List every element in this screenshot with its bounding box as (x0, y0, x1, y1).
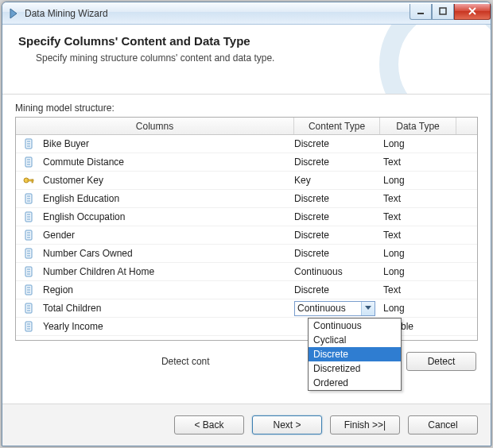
data-type-cell[interactable]: Long (380, 138, 450, 149)
column-name: Commute Distance (43, 156, 294, 168)
content-type-cell[interactable]: Discrete (294, 193, 380, 204)
content-type-cell[interactable]: Discrete (294, 156, 380, 168)
column-icon (22, 247, 35, 260)
column-name: English Occupation (43, 211, 294, 222)
content-type-dropdown[interactable]: ContinuousCyclicalDiscreteDiscretizedOrd… (308, 318, 402, 391)
column-name: Bike Buyer (43, 138, 294, 149)
minimize-button[interactable] (410, 4, 432, 20)
wizard-window: Data Mining Wizard Specify Columns' Cont… (2, 2, 491, 446)
window-title: Data Mining Wizard (25, 8, 410, 19)
svg-marker-0 (10, 9, 17, 18)
table-row[interactable]: Number Cars OwnedDiscreteLong (16, 245, 477, 263)
dropdown-option[interactable]: Ordered (309, 376, 401, 390)
content-type-cell[interactable]: Continuous (294, 301, 380, 316)
svg-rect-2 (440, 8, 446, 14)
grid-body[interactable]: Bike BuyerDiscreteLongCommute DistanceDi… (16, 135, 477, 340)
back-button[interactable]: < Back (174, 415, 244, 434)
column-name: Customer Key (43, 175, 294, 186)
content-type-cell[interactable]: Key (294, 175, 380, 186)
content-type-cell[interactable]: Discrete (294, 230, 380, 241)
table-row[interactable]: GenderDiscreteText (16, 226, 477, 245)
columns-grid: Columns Content Type Data Type Bike Buye… (15, 117, 478, 341)
table-row[interactable]: English OccupationDiscreteText (16, 208, 477, 226)
content-type-cell[interactable]: Discrete (294, 284, 380, 295)
table-row[interactable]: RegionDiscreteText (16, 281, 477, 299)
header-content-type[interactable]: Content Type (294, 118, 380, 134)
column-icon (22, 210, 35, 223)
header-data-type[interactable]: Data Type (380, 118, 456, 134)
column-icon (22, 320, 35, 333)
dropdown-option[interactable]: Discrete (309, 347, 401, 361)
wizard-header: Specify Columns' Content and Data Type S… (2, 25, 491, 95)
data-type-cell[interactable]: Long (380, 303, 450, 314)
titlebar: Data Mining Wizard (2, 2, 491, 25)
column-icon (22, 192, 35, 205)
content-type-cell[interactable]: Discrete (294, 138, 380, 149)
grid-header: Columns Content Type Data Type (16, 118, 477, 135)
data-type-cell[interactable]: Text (380, 211, 450, 222)
dropdown-option[interactable]: Continuous (309, 319, 401, 333)
data-type-cell[interactable]: Text (380, 156, 450, 168)
content-type-cell[interactable]: Discrete (294, 211, 380, 222)
header-graphic (379, 25, 491, 95)
wizard-body: Mining model structure: Columns Content … (2, 95, 491, 404)
window-buttons (410, 4, 491, 20)
table-row[interactable]: Commute DistanceDiscreteText (16, 153, 477, 172)
detect-area: Detect cont for numeric columns: Detect (15, 352, 478, 371)
data-type-cell[interactable]: Text (380, 284, 450, 295)
column-name: Total Children (43, 303, 294, 314)
column-icon (22, 284, 35, 296)
close-button[interactable] (454, 4, 491, 20)
dropdown-option[interactable]: Cyclical (309, 333, 401, 347)
column-name: English Education (43, 193, 294, 204)
app-icon (7, 7, 20, 20)
table-row[interactable]: Total ChildrenContinuousLong (16, 299, 477, 318)
data-type-cell[interactable]: Text (380, 230, 450, 241)
content-type-cell[interactable]: Continuous (294, 266, 380, 277)
content-type-cell[interactable]: Discrete (294, 248, 380, 259)
data-type-cell[interactable]: Long (380, 175, 450, 186)
column-icon (22, 156, 35, 168)
column-icon (22, 302, 35, 315)
column-icon (22, 265, 35, 278)
combo-value: Continuous (295, 303, 361, 314)
detect-button[interactable]: Detect (406, 352, 476, 371)
content-type-combo[interactable]: Continuous (294, 301, 375, 316)
header-columns[interactable]: Columns (16, 118, 294, 134)
wizard-footer: < Back Next > Finish >>| Cancel (2, 404, 491, 446)
column-name: Region (43, 284, 294, 295)
cancel-button[interactable]: Cancel (408, 415, 478, 434)
column-name: Yearly Income (43, 321, 294, 332)
chevron-down-icon[interactable] (361, 302, 375, 315)
column-icon (22, 137, 35, 150)
data-type-cell[interactable]: Long (380, 248, 450, 259)
column-name: Number Cars Owned (43, 248, 294, 259)
next-button[interactable]: Next > (252, 415, 322, 434)
finish-button[interactable]: Finish >>| (330, 415, 400, 434)
maximize-button[interactable] (432, 4, 454, 20)
data-type-cell[interactable]: Text (380, 193, 450, 204)
table-row[interactable]: Bike BuyerDiscreteLong (16, 135, 477, 153)
table-row[interactable]: English EducationDiscreteText (16, 190, 477, 208)
svg-rect-13 (32, 180, 33, 183)
key-icon (22, 174, 35, 187)
structure-label: Mining model structure: (15, 102, 478, 114)
table-row[interactable]: Yearly IncomeDouble (16, 318, 477, 336)
data-type-cell[interactable]: Long (380, 266, 450, 277)
column-icon (22, 229, 35, 241)
column-name: Gender (43, 230, 294, 241)
svg-marker-42 (365, 306, 371, 310)
dropdown-option[interactable]: Discretized (309, 361, 401, 376)
detect-label-left: Detect cont (161, 356, 210, 367)
table-row[interactable]: Number Children At HomeContinuousLong (16, 263, 477, 281)
svg-rect-1 (417, 13, 424, 14)
column-name: Number Children At Home (43, 266, 294, 277)
table-row[interactable]: Customer KeyKeyLong (16, 172, 477, 190)
